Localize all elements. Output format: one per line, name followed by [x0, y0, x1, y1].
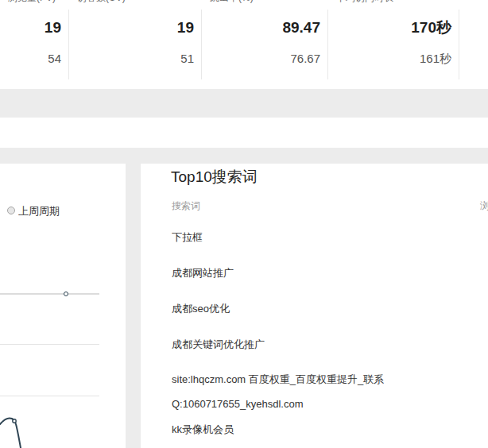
search-term-row[interactable]: 成都seo优化 [172, 296, 230, 321]
metric-card-visitors[interactable]: 访客数(UV) 19 51 [69, 0, 202, 89]
metric-header-avg-duration: 平均访问时长 [336, 0, 393, 2]
column-divider [459, 10, 459, 79]
metric-compare-bounce-rate: 76.67 [290, 51, 320, 67]
chart-gridline [0, 344, 99, 345]
spacer-band [0, 148, 488, 164]
metric-value-bounce-rate: 89.47 [282, 17, 320, 38]
metric-value-pageviews: 19 [45, 17, 61, 38]
top-search-title: Top10搜索词 [171, 167, 258, 187]
chart-gridline [0, 396, 99, 396]
metric-header-bounce-rate: 跳出率(%) [210, 0, 254, 2]
pageviews-column-header: 浏览量 [480, 199, 488, 213]
stats-section: 浏览量(PV) 19 54 访客数(UV) 19 51 跳出率(%) 89.47… [0, 0, 488, 89]
metric-value-avg-duration: 170秒 [411, 17, 451, 38]
metric-card-bounce-rate[interactable]: 跳出率(%) 89.47 76.67 [202, 0, 328, 89]
metric-card-pageviews[interactable]: 浏览量(PV) 19 54 [0, 0, 69, 89]
trend-series-line [0, 409, 32, 448]
metric-value-visitors: 19 [177, 17, 194, 38]
metric-card-avg-duration[interactable]: 平均访问时长 170秒 161秒 [328, 0, 459, 89]
last-week-radio-label: 上周周期 [18, 205, 60, 218]
search-term-row[interactable]: kk录像机会员 [172, 417, 234, 442]
search-term-column-header: 搜索词 [172, 199, 200, 213]
column-divider [201, 10, 202, 79]
metric-compare-avg-duration: 161秒 [420, 51, 451, 67]
metric-compare-visitors: 51 [180, 51, 194, 67]
metric-header-pageviews: 浏览量(PV) [8, 0, 56, 2]
column-divider [327, 10, 328, 79]
panel-gutter [126, 164, 141, 448]
radio-circle-icon [7, 207, 15, 214]
search-term-row[interactable]: 成都关键词优化推广 [172, 332, 265, 357]
column-divider [68, 10, 69, 79]
data-point-marker [64, 292, 68, 296]
search-term-row[interactable]: 成都网站推广 [172, 261, 234, 285]
spacer-band [0, 89, 488, 118]
search-term-row[interactable]: 下拉框 [172, 225, 203, 249]
comparison-series-line [0, 293, 99, 295]
peak-point-marker [13, 419, 16, 423]
metric-compare-pageviews: 54 [48, 51, 61, 67]
search-term-row[interactable]: site:lhqczm.com 百度权重_百度权重提升_联系 Q:1060717… [172, 367, 474, 416]
metric-header-visitors: 访客数(UV) [77, 0, 126, 2]
trend-chart-panel: 上周周期 [0, 164, 126, 448]
